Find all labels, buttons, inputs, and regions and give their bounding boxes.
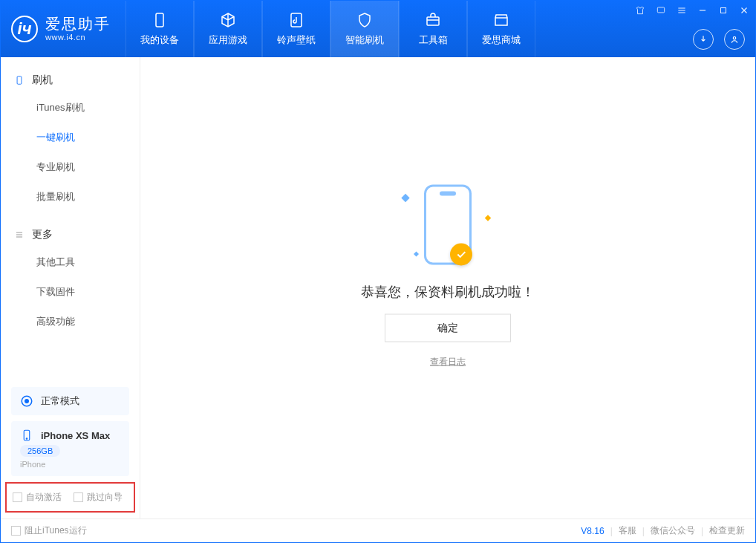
checkbox-label: 跳过向导	[87, 491, 123, 504]
feedback-icon[interactable]	[654, 4, 668, 17]
checkbox-icon	[74, 492, 83, 502]
wechat-link[interactable]: 微信公众号	[651, 524, 695, 537]
nav-label: 应用游戏	[209, 33, 247, 47]
phone-icon	[14, 75, 25, 85]
nav-ringtones[interactable]: 铃声壁纸	[262, 1, 330, 57]
sidebar-item-oneclick-flash[interactable]: 一键刷机	[1, 123, 140, 152]
nav-label: 智能刷机	[345, 33, 384, 47]
sidebar-item-other-tools[interactable]: 其他工具	[1, 247, 140, 277]
app-window: iч 爱思助手 www.i4.cn 我的设备 应用游戏 铃声壁纸 智能刷机	[0, 0, 756, 543]
header-right	[693, 29, 745, 50]
mode-label: 正常模式	[41, 394, 79, 408]
music-icon	[287, 11, 305, 29]
menu-icon[interactable]	[675, 4, 688, 17]
sidebar-head-more: 更多	[1, 222, 140, 247]
maximize-button[interactable]	[717, 4, 730, 17]
sidebar-item-advanced[interactable]: 高级功能	[1, 307, 140, 336]
top-nav: 我的设备 应用游戏 铃声壁纸 智能刷机 工具箱 爱思商城	[126, 1, 535, 57]
support-link[interactable]: 客服	[619, 524, 636, 537]
sidebar-group-title: 刷机	[32, 74, 53, 87]
highlighted-options: 自动激活 跳过向导	[5, 482, 135, 513]
nav-label: 铃声壁纸	[277, 33, 316, 47]
window-controls	[633, 4, 751, 17]
checkbox-icon	[11, 526, 21, 536]
svg-rect-6	[17, 77, 22, 85]
svg-rect-2	[427, 17, 439, 25]
nav-store[interactable]: 爱思商城	[467, 1, 535, 57]
checkbox-auto-activate[interactable]: 自动激活	[13, 491, 62, 504]
checkbox-icon	[13, 492, 22, 502]
svg-rect-4	[721, 8, 726, 13]
phone-icon	[424, 184, 472, 264]
main-content: 恭喜您，保资料刷机成功啦！ 确定 查看日志	[140, 57, 755, 518]
device-capacity: 256GB	[20, 445, 60, 457]
success-illustration	[385, 180, 511, 269]
logo-icon: iч	[11, 16, 38, 42]
mode-box[interactable]: 正常模式	[11, 387, 129, 415]
footer: 阻止iTunes运行 V8.16 | 客服 | 微信公众号 | 检查更新	[1, 518, 755, 542]
svg-rect-0	[156, 13, 163, 27]
store-icon	[492, 11, 510, 29]
sparkle-icon	[485, 215, 491, 221]
sidebar-group-title: 更多	[32, 228, 53, 241]
nav-label: 工具箱	[419, 33, 448, 47]
check-update-link[interactable]: 检查更新	[709, 524, 745, 537]
sidebar-group-flash: 刷机 iTunes刷机 一键刷机 专业刷机 批量刷机	[1, 57, 140, 212]
sidebar-bottom: 正常模式 iPhone XS Max 256GB iPhone 自动激活	[1, 381, 140, 518]
device-box[interactable]: iPhone XS Max 256GB iPhone	[11, 421, 129, 476]
nav-label: 爱思商城	[482, 33, 521, 47]
list-icon	[14, 230, 25, 240]
success-message: 恭喜您，保资料刷机成功啦！	[361, 282, 535, 300]
sidebar-group-more: 更多 其他工具 下载固件 高级功能	[1, 212, 140, 336]
sidebar: 刷机 iTunes刷机 一键刷机 专业刷机 批量刷机 更多 其他工具 下载固件 …	[1, 57, 140, 518]
nav-apps[interactable]: 应用游戏	[194, 1, 262, 57]
user-button[interactable]	[724, 29, 745, 50]
success-panel: 恭喜您，保资料刷机成功啦！ 确定 查看日志	[361, 180, 535, 368]
checkbox-block-itunes[interactable]: 阻止iTunes运行	[11, 524, 87, 537]
checkbox-label: 自动激活	[26, 491, 62, 504]
ok-button[interactable]: 确定	[385, 313, 511, 342]
nav-label: 我的设备	[140, 33, 179, 47]
svg-point-10	[26, 438, 27, 440]
svg-rect-3	[657, 7, 664, 13]
toolbox-icon	[424, 11, 442, 29]
download-button[interactable]	[693, 29, 714, 50]
cube-icon	[219, 11, 237, 29]
sparkle-icon	[401, 194, 409, 202]
logo-area: iч 爱思助手 www.i4.cn	[1, 1, 126, 57]
app-subtitle: www.i4.cn	[45, 33, 111, 42]
tshirt-icon[interactable]	[633, 4, 647, 17]
nav-my-device[interactable]: 我的设备	[126, 1, 194, 57]
svg-point-5	[733, 37, 736, 40]
sidebar-item-pro-flash[interactable]: 专业刷机	[1, 152, 140, 182]
device-type: iPhone	[20, 460, 120, 469]
app-title: 爱思助手	[45, 15, 111, 33]
version-label: V8.16	[581, 526, 604, 536]
view-log-link[interactable]: 查看日志	[430, 355, 466, 368]
device-icon	[151, 11, 169, 29]
nav-flash[interactable]: 智能刷机	[330, 1, 399, 57]
header: iч 爱思助手 www.i4.cn 我的设备 应用游戏 铃声壁纸 智能刷机	[1, 1, 755, 57]
shield-icon	[356, 11, 374, 29]
device-icon	[20, 429, 33, 442]
sidebar-head-flash: 刷机	[1, 68, 140, 93]
sidebar-item-itunes-flash[interactable]: iTunes刷机	[1, 93, 140, 123]
sparkle-icon	[414, 251, 419, 256]
check-badge-icon	[450, 243, 472, 265]
sidebar-item-download-firmware[interactable]: 下载固件	[1, 277, 140, 307]
minimize-button[interactable]	[696, 4, 709, 17]
close-button[interactable]	[737, 4, 751, 17]
checkbox-label: 阻止iTunes运行	[25, 524, 87, 537]
device-name: iPhone XS Max	[41, 430, 110, 441]
checkbox-skip-guide[interactable]: 跳过向导	[74, 491, 123, 504]
mode-icon	[20, 394, 33, 408]
body: 刷机 iTunes刷机 一键刷机 专业刷机 批量刷机 更多 其他工具 下载固件 …	[1, 57, 755, 518]
svg-point-8	[25, 400, 29, 403]
sidebar-item-batch-flash[interactable]: 批量刷机	[1, 182, 140, 212]
nav-toolbox[interactable]: 工具箱	[399, 1, 467, 57]
logo-text: 爱思助手 www.i4.cn	[45, 15, 111, 42]
